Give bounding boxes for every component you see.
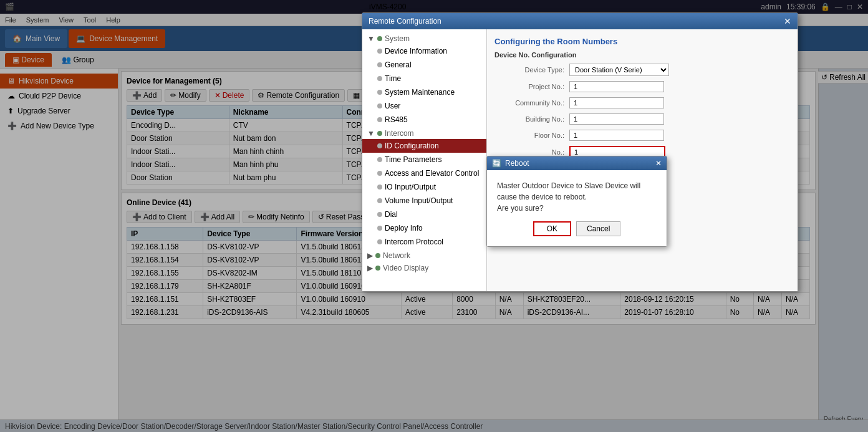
sys-maint-label: System Maintenance [385, 88, 455, 97]
config-row-floor: Floor No.: [494, 130, 790, 141]
config-row-device-type: Device Type: Door Station (V Serie) [494, 64, 790, 76]
user-dot [377, 103, 382, 108]
reboot-close-btn[interactable]: ✕ [655, 159, 662, 168]
rc-title: Remote Configuration [369, 17, 441, 26]
deploy-info-label: Deploy Info [385, 224, 423, 233]
rc-titlebar: Remote Configuration ✕ [362, 13, 798, 29]
tree-dial[interactable]: Dial [362, 208, 486, 221]
remote-config-window: Remote Configuration ✕ ▼ System Device I… [362, 12, 798, 292]
dial-dot [377, 212, 382, 217]
device-type-select[interactable]: Door Station (V Serie) [569, 64, 669, 76]
reboot-line1: Master Outdoor Device to Slave Device wi… [497, 181, 640, 201]
expand-video-icon: ▶ [367, 264, 373, 272]
video-dot [375, 266, 380, 271]
cancel-label: Cancel [587, 224, 610, 233]
reboot-buttons: OK Cancel [497, 221, 657, 236]
video-display-label: Video Display [383, 264, 428, 272]
io-dot [377, 185, 382, 190]
tree-time[interactable]: Time [362, 72, 486, 85]
tree-rs485[interactable]: RS485 [362, 113, 486, 127]
general-dot [377, 62, 382, 67]
device-info-label: Device Information [385, 47, 447, 55]
project-no-input[interactable] [569, 81, 664, 92]
intercom-label: Intercom [385, 129, 414, 138]
reboot-title: Reboot [505, 159, 529, 168]
volume-label: Volume Input/Output [385, 196, 453, 205]
dial-label: Dial [385, 210, 398, 219]
config-row-building: Building No.: [494, 113, 790, 125]
io-label: IO Input/Output [385, 183, 436, 191]
project-no-label: Project No.: [494, 83, 569, 90]
network-label: Network [383, 251, 410, 260]
device-info-dot [377, 49, 382, 54]
community-no-label: Community No.: [494, 99, 569, 107]
tree-section-network[interactable]: ▶ Network [362, 249, 486, 261]
time-label: Time [385, 74, 401, 83]
deploy-dot [377, 226, 382, 231]
tree-time-params[interactable]: Time Parameters [362, 153, 486, 166]
access-label: Access and Elevator Control [385, 169, 479, 178]
tree-access-elevator[interactable]: Access and Elevator Control [362, 166, 486, 180]
expand-network-icon: ▶ [367, 251, 373, 260]
rc-close-btn[interactable]: ✕ [784, 16, 791, 26]
protocol-dot [377, 239, 382, 244]
device-type-label: Device Type: [494, 66, 569, 74]
rs485-label: RS485 [385, 115, 408, 124]
expand-intercom-icon: ▼ [367, 129, 375, 138]
tree-user[interactable]: User [362, 99, 486, 113]
intercom-protocol-label: Intercom Protocol [385, 238, 443, 246]
tree-io[interactable]: IO Input/Output [362, 180, 486, 194]
building-no-input[interactable] [569, 113, 664, 125]
reboot-cancel-btn[interactable]: Cancel [576, 221, 620, 236]
tree-panel: ▼ System Device Information General Time… [362, 29, 487, 291]
time-params-dot [377, 157, 382, 162]
reboot-icon: 🔄 [492, 159, 501, 168]
general-label: General [385, 60, 412, 69]
tree-id-config[interactable]: ID Configuration [362, 139, 486, 153]
user-label: User [385, 102, 400, 110]
reboot-ok-btn[interactable]: OK [533, 221, 571, 236]
sys-maint-dot [377, 90, 382, 95]
network-dot [375, 253, 380, 258]
config-page-title: Configuring the Room Numbers [494, 37, 790, 46]
tree-intercom-protocol[interactable]: Intercom Protocol [362, 235, 486, 249]
system-label: System [385, 34, 410, 43]
tree-volume[interactable]: Volume Input/Output [362, 194, 486, 208]
reboot-dialog: 🔄 Reboot ✕ Master Outdoor Device to Slav… [486, 156, 667, 247]
time-dot [377, 76, 382, 81]
floor-no-label: Floor No.: [494, 132, 569, 139]
reboot-titlebar: 🔄 Reboot ✕ [487, 156, 667, 170]
tree-deploy-info[interactable]: Deploy Info [362, 221, 486, 235]
no-label: No.: [494, 148, 569, 156]
reboot-body: Master Outdoor Device to Slave Device wi… [487, 170, 667, 246]
time-params-label: Time Parameters [385, 155, 442, 164]
tree-section-intercom[interactable]: ▼ Intercom [362, 127, 486, 139]
ok-label: OK [547, 224, 557, 233]
tree-section-video[interactable]: ▶ Video Display [362, 261, 486, 274]
tree-device-info[interactable]: Device Information [362, 44, 486, 58]
id-config-dot [377, 143, 382, 148]
id-config-label: ID Configuration [385, 142, 439, 150]
floor-no-input[interactable] [569, 130, 664, 141]
tree-general[interactable]: General [362, 58, 486, 72]
rs485-dot [377, 117, 382, 122]
reboot-line2: Are you sure? [497, 204, 544, 213]
expand-system-icon: ▼ [367, 34, 375, 43]
config-section-title: Device No. Configuration [494, 51, 790, 59]
intercom-dot [377, 131, 382, 136]
community-no-input[interactable] [569, 97, 664, 108]
config-row-project: Project No.: [494, 81, 790, 92]
reboot-message: Master Outdoor Device to Slave Device wi… [497, 180, 657, 214]
tree-section-system[interactable]: ▼ System [362, 32, 486, 44]
system-dot [377, 36, 382, 41]
access-dot [377, 171, 382, 176]
config-row-community: Community No.: [494, 97, 790, 108]
building-no-label: Building No.: [494, 115, 569, 123]
tree-system-maintenance[interactable]: System Maintenance [362, 85, 486, 99]
volume-dot [377, 198, 382, 203]
